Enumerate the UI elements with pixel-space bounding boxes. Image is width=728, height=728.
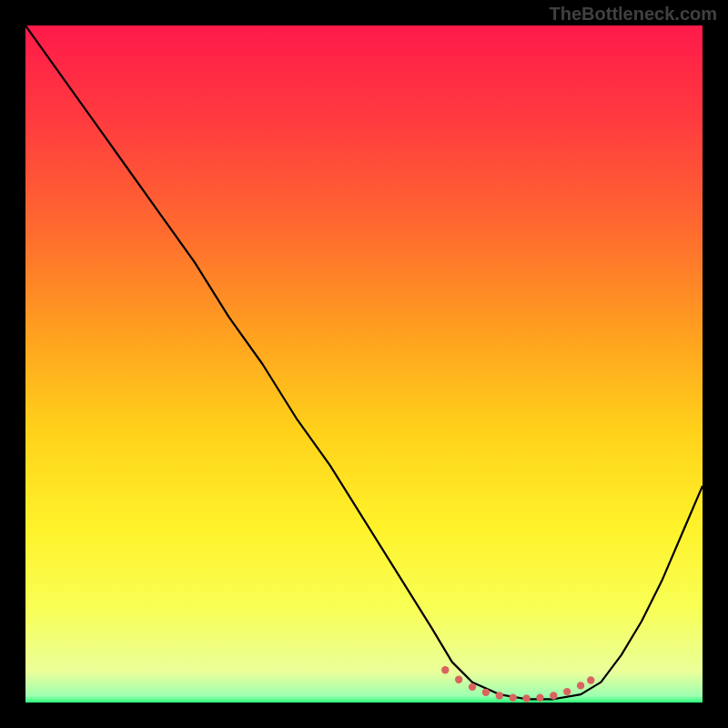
plot-area — [25, 25, 703, 703]
valley-marker-dot — [509, 694, 516, 702]
gradient-background — [25, 25, 703, 703]
bottleneck-curve-chart — [25, 25, 703, 703]
valley-marker-dot — [536, 694, 543, 702]
valley-marker-dot — [550, 692, 557, 699]
valley-marker-dot — [482, 689, 490, 696]
valley-marker-dot — [441, 666, 449, 673]
valley-marker-dot — [587, 676, 594, 683]
valley-marker-dot — [577, 682, 584, 689]
valley-marker-dot — [455, 676, 462, 683]
valley-marker-dot — [563, 688, 571, 695]
watermark-text: TheBottleneck.com — [550, 4, 717, 25]
valley-marker-dot — [496, 692, 503, 699]
valley-marker-dot — [522, 694, 530, 702]
valley-marker-dot — [469, 683, 476, 691]
chart-container: TheBottleneck.com — [0, 0, 728, 728]
